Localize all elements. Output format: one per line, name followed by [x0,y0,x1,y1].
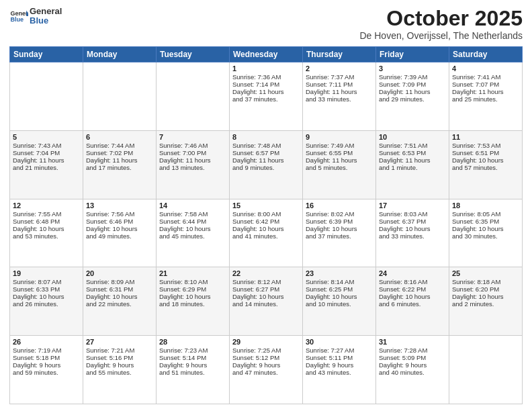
cell-line: Sunset: 5:09 PM [379,354,446,361]
cell-line: Daylight: 10 hours [452,225,519,232]
cell-line: Sunrise: 7:37 AM [306,73,373,81]
cell-line: Sunrise: 7:43 AM [13,142,80,149]
logo: General Blue General Blue [9,7,62,26]
cell-line: and 33 minutes. [306,95,373,103]
calendar-cell: 20Sunrise: 8:09 AMSunset: 6:31 PMDayligh… [83,267,157,336]
day-number: 13 [86,201,153,210]
calendar-cell: 18Sunrise: 8:05 AMSunset: 6:35 PMDayligh… [449,199,523,267]
week-row-2: 5Sunrise: 7:43 AMSunset: 7:04 PMDaylight… [10,130,523,199]
cell-line: Daylight: 11 hours [232,88,300,95]
cell-line: Daylight: 9 hours [159,361,226,369]
cell-line: and 9 minutes. [232,164,300,171]
calendar-cell: 6Sunrise: 7:44 AMSunset: 7:02 PMDaylight… [83,130,157,199]
cell-line: Sunset: 6:51 PM [452,149,519,156]
cell-line: and 18 minutes. [159,300,226,308]
logo-general: General [30,7,62,16]
cell-line: Daylight: 11 hours [452,88,519,95]
day-number: 6 [86,133,153,141]
cell-line: and 47 minutes. [232,369,300,376]
cell-line: Sunset: 5:12 PM [232,354,300,361]
cell-line: Daylight: 10 hours [159,225,226,232]
cell-line: Sunrise: 7:56 AM [86,210,153,218]
cell-line: and 33 minutes. [379,232,446,240]
cell-line: and 45 minutes. [159,232,226,240]
cell-line: Sunset: 6:57 PM [232,149,300,156]
cell-line: Sunset: 6:33 PM [13,285,80,293]
cell-line: Daylight: 11 hours [379,88,446,95]
cell-line: Sunset: 6:27 PM [232,285,300,293]
cell-line: Sunrise: 7:41 AM [452,73,519,81]
cell-line: and 29 minutes. [379,95,446,103]
calendar-cell: 28Sunrise: 7:23 AMSunset: 5:14 PMDayligh… [157,336,230,404]
cell-line: and 10 minutes. [306,300,373,308]
calendar-cell: 13Sunrise: 7:56 AMSunset: 6:46 PMDayligh… [83,199,157,267]
day-number: 20 [86,269,153,277]
day-number: 8 [232,133,300,141]
cell-line: and 49 minutes. [86,232,153,240]
day-number: 18 [452,201,519,210]
day-number: 31 [379,338,446,346]
calendar: SundayMondayTuesdayWednesdayThursdayFrid… [9,46,523,404]
calendar-cell: 11Sunrise: 7:53 AMSunset: 6:51 PMDayligh… [449,130,523,199]
day-number: 12 [13,201,80,210]
calendar-header-sunday: Sunday [10,47,83,62]
cell-line: Daylight: 10 hours [306,225,373,232]
calendar-header-saturday: Saturday [449,47,523,62]
day-number: 1 [232,64,300,73]
cell-line: Sunset: 7:14 PM [232,81,300,88]
cell-line: Sunset: 7:00 PM [159,149,226,156]
day-number: 11 [452,133,519,141]
cell-line: Daylight: 11 hours [306,156,373,164]
cell-line: Daylight: 10 hours [232,225,300,232]
cell-line: Daylight: 10 hours [232,293,300,300]
calendar-header-thursday: Thursday [303,47,376,62]
cell-line: and 14 minutes. [232,300,300,308]
day-number: 5 [13,133,80,141]
day-number: 14 [159,201,226,210]
cell-line: Sunrise: 7:23 AM [159,347,226,354]
cell-line: Sunset: 6:42 PM [232,218,300,225]
calendar-cell: 14Sunrise: 7:58 AMSunset: 6:44 PMDayligh… [157,199,230,267]
cell-line: Sunset: 6:22 PM [379,285,446,293]
day-number: 21 [159,269,226,277]
cell-line: Daylight: 11 hours [232,156,300,164]
cell-line: Sunset: 6:29 PM [159,285,226,293]
cell-line: Sunrise: 8:18 AM [452,278,519,285]
cell-line: Sunrise: 7:49 AM [306,142,373,149]
cell-line: Sunrise: 8:16 AM [379,278,446,285]
day-number: 24 [379,269,446,277]
cell-line: Sunrise: 7:48 AM [232,142,300,149]
cell-line: Sunrise: 7:36 AM [232,73,300,81]
cell-line: Sunrise: 8:07 AM [13,278,80,285]
calendar-cell: 30Sunrise: 7:27 AMSunset: 5:11 PMDayligh… [303,336,376,404]
calendar-cell: 3Sunrise: 7:39 AMSunset: 7:09 PMDaylight… [376,62,449,131]
cell-line: Daylight: 10 hours [159,293,226,300]
cell-line: Daylight: 11 hours [379,156,446,164]
calendar-cell: 22Sunrise: 8:12 AMSunset: 6:27 PMDayligh… [230,267,303,336]
cell-line: Daylight: 9 hours [13,361,80,369]
calendar-cell: 2Sunrise: 7:37 AMSunset: 7:11 PMDaylight… [303,62,376,131]
cell-line: Daylight: 11 hours [86,156,153,164]
cell-line: Sunrise: 7:27 AM [306,347,373,354]
cell-line: Sunset: 5:14 PM [159,354,226,361]
cell-line: and 57 minutes. [452,164,519,171]
day-number: 17 [379,201,446,210]
cell-line: Sunset: 6:20 PM [452,285,519,293]
cell-line: Sunset: 6:31 PM [86,285,153,293]
calendar-cell: 27Sunrise: 7:21 AMSunset: 5:16 PMDayligh… [83,336,157,404]
calendar-cell [10,62,83,131]
calendar-cell [449,336,523,404]
calendar-cell: 4Sunrise: 7:41 AMSunset: 7:07 PMDaylight… [449,62,523,131]
cell-line: and 40 minutes. [379,369,446,376]
calendar-cell: 7Sunrise: 7:46 AMSunset: 7:00 PMDaylight… [157,130,230,199]
day-number: 28 [159,338,226,346]
week-row-1: 1Sunrise: 7:36 AMSunset: 7:14 PMDaylight… [10,62,523,131]
cell-line: and 6 minutes. [379,300,446,308]
cell-line: Sunset: 6:25 PM [306,285,373,293]
cell-line: Daylight: 11 hours [306,88,373,95]
cell-line: Sunrise: 7:28 AM [379,347,446,354]
day-number: 26 [13,338,80,346]
header: General Blue General Blue October 2025 D… [9,7,523,41]
calendar-cell: 23Sunrise: 8:14 AMSunset: 6:25 PMDayligh… [303,267,376,336]
cell-line: and 37 minutes. [306,232,373,240]
